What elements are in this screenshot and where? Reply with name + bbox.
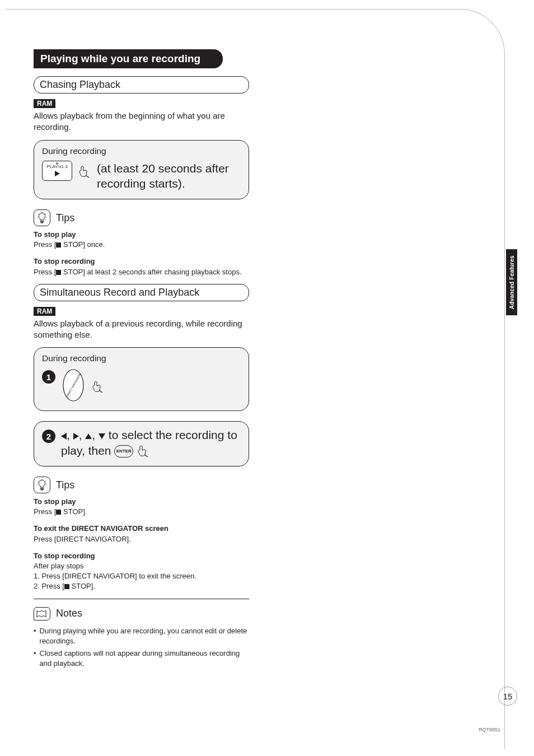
note-text: During playing while you are recording, …: [40, 626, 252, 646]
tip-stop-play-b: To stop play Press [ STOP].: [34, 497, 252, 517]
notes-list: •During playing while you are recording,…: [34, 626, 252, 669]
notes-header: Notes: [34, 607, 252, 620]
tips-title: Tips: [56, 479, 74, 491]
tip-heading: To stop recording: [34, 256, 252, 267]
note-text: Closed captions will not appear during s…: [40, 648, 252, 669]
stop-icon: [64, 584, 69, 589]
note-item: •During playing while you are recording,…: [34, 626, 252, 646]
bullet: •: [34, 626, 36, 646]
press-finger-icon: [91, 380, 105, 394]
play-triangle-icon: [55, 171, 60, 176]
instruction-box-chasing: During recording PLAY/x1.3 (at least 20 …: [34, 140, 249, 200]
instruction-step2-text: , , , to select the recording to play, t…: [61, 427, 242, 458]
page-number: 15: [498, 687, 517, 706]
bulb-icon: [34, 477, 50, 493]
side-tab-advanced-features: Advanced Features: [506, 249, 517, 315]
tip-exit-dn: To exit the DIRECT NAVIGATOR screen Pres…: [34, 524, 252, 544]
step-number-2: 2: [42, 430, 55, 443]
bulb-icon: [34, 209, 50, 226]
enter-button-icon: ENTER: [114, 445, 133, 458]
tip-stop-recording: To stop recording Press [ STOP] at least…: [34, 256, 252, 277]
direct-navigator-button-icon: DIRECT NAVIGATOR DIRECT NAVIGATOR: [61, 368, 86, 403]
stop-icon: [56, 242, 61, 248]
ram-badge: RAM: [34, 99, 55, 108]
notes-icon: [34, 607, 50, 620]
chasing-description: Allows playback from the beginning of wh…: [34, 110, 252, 133]
press-finger-icon: [137, 445, 150, 458]
tip-heading: To exit the DIRECT NAVIGATOR screen: [34, 524, 252, 534]
arrow-down-icon: [99, 433, 105, 439]
separator-line: [34, 599, 249, 599]
document-id: RQT8851: [479, 727, 500, 732]
stop-icon: [56, 510, 61, 515]
play-button-icon: PLAY/x1.3: [42, 161, 72, 181]
tips-title: Tips: [56, 212, 74, 224]
tip-line: After play stops: [34, 561, 252, 571]
simultaneous-description: Allows playback of a previous recording,…: [34, 318, 252, 341]
subsection-pill-simultaneous: Simultaneous Record and Playback: [34, 284, 249, 301]
note-item: •Closed captions will not appear during …: [34, 648, 252, 669]
content-column: Playing while you are recording Chasing …: [34, 28, 252, 669]
tips-header: Tips: [34, 477, 252, 493]
tip-line: Press [DIRECT NAVIGATOR].: [34, 534, 252, 544]
ram-badge: RAM: [34, 307, 55, 316]
tip-heading: To stop recording: [34, 551, 252, 561]
instruction-label: During recording: [42, 353, 242, 363]
tip-line: 1. Press [DIRECT NAVIGATOR] to exit the …: [34, 571, 252, 581]
tip-line: Press [ STOP] at least 2 seconds after c…: [34, 267, 252, 277]
press-finger-icon: [78, 165, 91, 179]
arrow-right-icon: [73, 433, 79, 440]
play-button-label: PLAY/x1.3: [46, 165, 67, 169]
tips-header: Tips: [34, 209, 252, 226]
tip-stop-play: To stop play Press [ STOP] once.: [34, 230, 252, 250]
stop-icon: [56, 270, 61, 275]
instruction-main-text: (at least 20 seconds after recording sta…: [97, 161, 242, 192]
tip-line: Press [ STOP].: [34, 507, 252, 517]
instruction-box-step1: During recording 1 DIRECT NAVIGATOR DIRE…: [34, 347, 249, 411]
step-number-1: 1: [42, 370, 55, 384]
instruction-box-step2: 2 , , , to select the recording to play,…: [34, 421, 249, 466]
section-title-bar: Playing while you are recording: [34, 49, 223, 68]
page: Playing while you are recording Chasing …: [0, 0, 534, 756]
tip-line: Press [ STOP] once.: [34, 240, 252, 250]
instruction-label: During recording: [42, 146, 242, 156]
arrow-left-icon: [61, 433, 67, 440]
tip-stop-recording-b: To stop recording After play stops 1. Pr…: [34, 551, 252, 592]
bullet: •: [34, 648, 36, 669]
tip-heading: To stop play: [34, 230, 252, 240]
subsection-pill-chasing: Chasing Playback: [34, 76, 249, 94]
arrow-up-icon: [85, 433, 92, 439]
notes-title: Notes: [56, 608, 82, 619]
tip-heading: To stop play: [34, 497, 252, 507]
tip-line: 2. Press [ STOP].: [34, 581, 252, 591]
